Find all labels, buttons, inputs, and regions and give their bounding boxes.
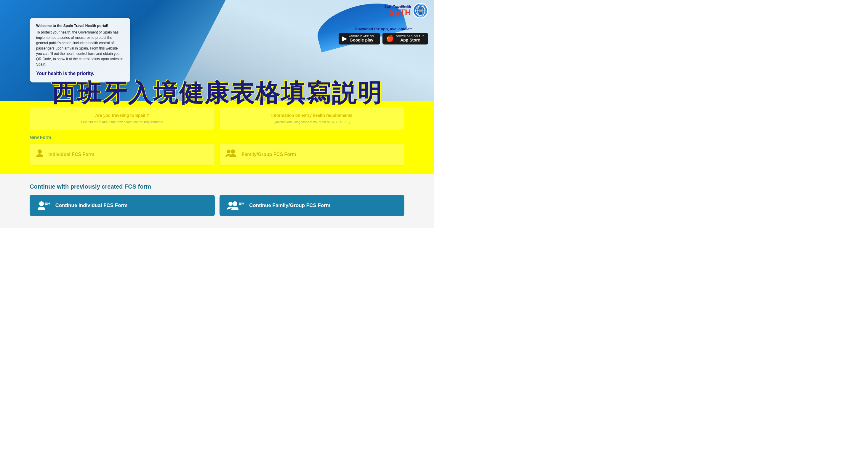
yellow-overlay-container: 西班牙入境健康表格填寫説明 Are you traveling to Spain…	[0, 101, 434, 174]
svg-point-6	[39, 201, 44, 206]
ios-small-label: Download on the	[396, 35, 425, 38]
continue-section-title: Continue with previously created FCS for…	[30, 183, 404, 190]
svg-point-5	[231, 149, 235, 154]
ios-badge-text: Download on the App Store	[396, 35, 425, 43]
travel-card-desc: Find out more about the new health contr…	[36, 120, 209, 124]
continue-individual-label: Continue Individual FCS Form	[55, 203, 128, 208]
apple-icon: 🍎	[386, 35, 394, 42]
travel-info-card[interactable]: Are you traveling to Spain? Find out mor…	[30, 107, 215, 130]
svg-point-8	[232, 201, 237, 206]
priority-text: Your health is the priority.	[36, 70, 124, 77]
logo-spth: SpTH	[384, 8, 411, 17]
welcome-title: Welcome to the Spain Travel Health porta…	[36, 23, 124, 28]
svg-point-1	[418, 6, 423, 16]
continue-group-icon: ≡+	[227, 201, 245, 210]
svg-point-7	[228, 202, 232, 206]
group-plus-icon: ≡+	[239, 201, 245, 206]
svg-point-4	[227, 150, 230, 153]
group-form-icon	[225, 149, 238, 160]
android-big-label: Google play	[349, 38, 374, 43]
entry-requirements-card[interactable]: Information on entry health requirements…	[219, 107, 405, 130]
travel-card-title: Are you traveling to Spain?	[36, 113, 209, 118]
welcome-card: Welcome to the Spain Travel Health porta…	[30, 18, 130, 82]
individual-form-label: Individual FCS Form	[48, 152, 94, 157]
group-form-button[interactable]: Family/Group FCS Form	[219, 143, 405, 166]
app-download-area: Download the app, available at: ▶ ANDROI…	[339, 27, 428, 45]
entry-card-title: Information on entry health requirements	[226, 113, 398, 118]
info-card-grid: Are you traveling to Spain? Find out mor…	[30, 107, 404, 130]
android-small-label: ANDROID APP ON	[349, 35, 374, 38]
hero-section: Spain TravelHealth SpTH Download the	[0, 0, 434, 101]
continue-buttons: ≡+ Continue Individual FCS Form ≡+ Conti…	[30, 195, 404, 216]
ios-badge[interactable]: 🍎 Download on the App Store	[382, 33, 428, 45]
bottom-section: Continue with previously created FCS for…	[0, 174, 434, 228]
entry-card-desc: (vaccinations, diagnostic tests, proof o…	[226, 120, 398, 124]
app-badges: ▶ ANDROID APP ON Google play 🍎 Download …	[339, 33, 428, 45]
android-icon: ▶	[342, 35, 347, 42]
ios-big-label: App Store	[396, 38, 425, 43]
welcome-body: To protect your health, the Government o…	[36, 30, 123, 66]
android-badge-text: ANDROID APP ON Google play	[349, 35, 374, 43]
app-download-label: Download the app, available at:	[339, 27, 428, 31]
svg-point-0	[415, 6, 425, 16]
continue-individual-button[interactable]: ≡+ Continue Individual FCS Form	[30, 195, 215, 216]
continue-individual-icon: ≡+	[37, 201, 51, 210]
svg-point-3	[38, 149, 42, 154]
continue-group-button[interactable]: ≡+ Continue Family/Group FCS Form	[219, 195, 405, 216]
individual-form-button[interactable]: Individual FCS Form	[30, 143, 215, 166]
individual-plus-icon: ≡+	[45, 201, 51, 206]
yellow-section: Are you traveling to Spain? Find out mor…	[0, 101, 434, 174]
android-badge[interactable]: ▶ ANDROID APP ON Google play	[339, 33, 380, 45]
individual-form-icon	[35, 149, 44, 160]
new-form-buttons: Individual FCS Form Family/Group FCS For…	[30, 143, 404, 166]
new-form-label: New Form	[30, 135, 404, 140]
logo-globe-icon	[413, 3, 428, 19]
group-form-label: Family/Group FCS Form	[242, 152, 296, 157]
continue-group-label: Continue Family/Group FCS Form	[249, 203, 330, 208]
logo-area: Spain TravelHealth SpTH	[384, 3, 428, 19]
